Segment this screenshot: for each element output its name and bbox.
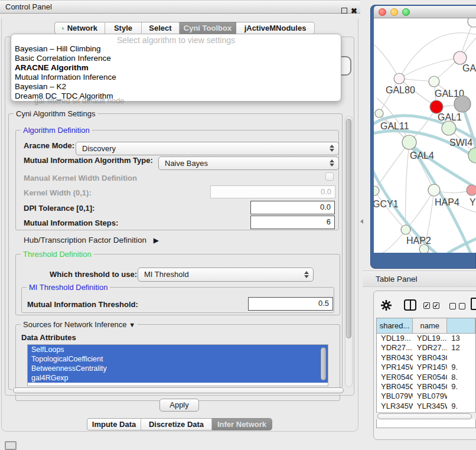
algorithm-option-aracne-algorithm[interactable]: ARACNE Algorithm bbox=[11, 63, 341, 73]
table-row[interactable]: YBL079WYBL079W bbox=[377, 392, 475, 401]
tab-cyni-toolbox[interactable]: Cyni Toolbox bbox=[180, 22, 236, 34]
expand-arrow-icon[interactable]: ▶ bbox=[154, 236, 159, 244]
tab-select[interactable]: Select bbox=[142, 22, 180, 34]
column-header-shared[interactable]: shared... bbox=[377, 318, 413, 334]
tab-jactivemnodules[interactable]: jActiveMNodules bbox=[236, 22, 315, 34]
mi-threshold-field[interactable]: 0.5 bbox=[248, 297, 333, 311]
network-node[interactable] bbox=[454, 96, 471, 112]
network-node-gal80[interactable] bbox=[394, 73, 405, 84]
column-header-name[interactable]: name bbox=[413, 318, 448, 334]
tab-network[interactable]: Network bbox=[54, 22, 105, 34]
network-node[interactable] bbox=[419, 244, 429, 253]
table-row[interactable]: YPR145WYPR145W9. bbox=[377, 363, 475, 372]
network-canvas[interactable]: GALGAL80GAL10GAL1SWI4GAL11GAL4HAP4YGCY1H… bbox=[374, 18, 476, 253]
network-edge[interactable] bbox=[380, 230, 406, 253]
dpi-tolerance-field[interactable]: 0.0 bbox=[250, 201, 335, 214]
network-edge[interactable] bbox=[379, 79, 399, 113]
attribute-item-gal4rgexp[interactable]: gal4RGexp bbox=[28, 373, 328, 383]
algorithm-option-bayesian-k2[interactable]: Bayesian – K2 bbox=[11, 82, 341, 92]
apply-button[interactable]: Apply bbox=[159, 399, 199, 412]
table-horizontal-scrollbar[interactable] bbox=[376, 412, 476, 419]
deselect-all-box-icon[interactable] bbox=[449, 303, 456, 309]
settings-vertical-scrollbar-thumb[interactable] bbox=[346, 119, 351, 338]
network-node-gal[interactable] bbox=[454, 51, 467, 64]
network-node-gal10[interactable] bbox=[429, 76, 439, 87]
network-edge[interactable] bbox=[406, 142, 409, 230]
hub-definition-toggle[interactable]: Hub/Transcription Factor Definition ▶ bbox=[24, 236, 159, 244]
settings-horizontal-scrollbar-thumb[interactable] bbox=[13, 387, 344, 393]
deselect-all-box-icon-2[interactable] bbox=[459, 303, 465, 309]
table-row[interactable]: YBR045CYBR045C9. bbox=[377, 382, 475, 392]
mi-steps-field[interactable]: 6 bbox=[250, 216, 335, 229]
aracne-mode-combobox[interactable]: Discovery bbox=[76, 142, 339, 155]
minimize-traffic-light-icon[interactable] bbox=[390, 8, 398, 16]
network-edge[interactable] bbox=[374, 191, 406, 230]
attribute-item-selfloops[interactable]: SelfLoops bbox=[28, 345, 328, 354]
table-cell: YBR043C bbox=[377, 353, 413, 363]
attributes-scrollbar[interactable] bbox=[320, 346, 326, 385]
tab-style[interactable]: Style bbox=[105, 22, 142, 34]
table-cell: YBL079W bbox=[413, 392, 447, 401]
tab-infer-network[interactable]: Infer Network bbox=[212, 418, 272, 431]
document-icon[interactable] bbox=[471, 298, 476, 310]
zoom-traffic-light-icon[interactable] bbox=[402, 8, 410, 16]
network-node-gal11[interactable] bbox=[375, 109, 383, 118]
table-cell: YER054C bbox=[413, 373, 447, 382]
network-window-titlebar[interactable] bbox=[374, 6, 476, 18]
table-horizontal-scrollbar-thumb[interactable] bbox=[377, 413, 472, 419]
network-node-y[interactable] bbox=[467, 185, 476, 195]
minimized-panel-icon[interactable] bbox=[5, 441, 17, 450]
tab-impute-data[interactable]: Impute Data bbox=[87, 418, 141, 431]
settings-horizontal-scrollbar[interactable] bbox=[12, 387, 347, 394]
network-edge-thick[interactable] bbox=[448, 236, 476, 253]
which-threshold-combobox[interactable]: MI Threshold bbox=[138, 268, 314, 282]
network-node[interactable] bbox=[468, 18, 476, 27]
table-cell: YBR045C bbox=[377, 382, 413, 392]
network-edge[interactable] bbox=[374, 42, 399, 79]
tab-discretize-data[interactable]: Discretize Data bbox=[141, 418, 212, 431]
network-node[interactable] bbox=[468, 148, 476, 163]
combo-arrows-icon bbox=[304, 271, 309, 278]
settings-vertical-scrollbar[interactable] bbox=[345, 116, 353, 387]
mi-algorithm-type-combobox[interactable]: Naive Bayes bbox=[158, 156, 339, 170]
network-edge[interactable] bbox=[409, 142, 434, 190]
network-edge[interactable] bbox=[374, 142, 409, 191]
algorithm-definition-title: Algorithm Definition bbox=[21, 126, 92, 135]
collapse-arrow-icon[interactable]: ▼ bbox=[129, 321, 135, 328]
network-node-gcy1[interactable] bbox=[374, 186, 379, 195]
network-node-swi4[interactable] bbox=[442, 121, 456, 135]
algorithm-option-basic-correlation-inference[interactable]: Basic Correlation Inference bbox=[11, 54, 341, 63]
close-traffic-light-icon[interactable] bbox=[379, 8, 386, 16]
algorithm-option-mutual-information-inference[interactable]: Mutual Information Inference bbox=[11, 73, 341, 82]
table-row[interactable]: YDR27...YDR27...12 bbox=[377, 343, 475, 353]
select-all-check-icon-2[interactable]: ✓ bbox=[433, 302, 439, 309]
manual-kernel-width-checkbox[interactable] bbox=[325, 172, 334, 181]
network-graph-icon bbox=[62, 24, 64, 32]
attribute-item-betweennesscentrality[interactable]: BetweennessCentrality bbox=[28, 364, 328, 373]
column-header-2[interactable] bbox=[447, 318, 475, 334]
gear-icon[interactable] bbox=[380, 299, 392, 311]
close-icon[interactable]: ✖ bbox=[351, 5, 357, 17]
network-edge[interactable] bbox=[399, 58, 460, 79]
attribute-item-topologicalcoefficient[interactable]: TopologicalCoefficient bbox=[28, 354, 328, 364]
column-visibility-icon[interactable] bbox=[404, 299, 416, 311]
data-attributes-listbox[interactable]: SelfLoopsTopologicalCoefficientBetweenne… bbox=[27, 344, 328, 386]
network-edge[interactable] bbox=[406, 190, 434, 230]
splitter-collapse-icon[interactable] bbox=[360, 219, 363, 224]
algorithm-option-dream8-dc-tdc-algorithm[interactable]: Dream8 DC_TDC Algorithm bbox=[11, 92, 341, 101]
table-row[interactable]: YBR043CYBR043C bbox=[377, 353, 475, 363]
kernel-width-field[interactable]: 0.0 bbox=[210, 185, 335, 198]
table-row[interactable]: YER054CYER054C8. bbox=[377, 373, 475, 382]
node-label-gal1: GAL1 bbox=[438, 112, 462, 122]
select-all-check-icon[interactable]: ✓ bbox=[423, 302, 430, 309]
node-label-y: Y bbox=[470, 197, 476, 207]
network-graph[interactable]: GALGAL80GAL10GAL1SWI4GAL11GAL4HAP4YGCY1H… bbox=[374, 18, 476, 253]
network-node-hap4[interactable] bbox=[428, 184, 440, 196]
float-window-icon[interactable] bbox=[341, 8, 347, 14]
network-node-gal1[interactable] bbox=[430, 100, 443, 113]
network-node-hap2[interactable] bbox=[401, 225, 410, 234]
network-node-gal4[interactable] bbox=[402, 135, 416, 149]
algorithm-option-bayesian-hill-climbing[interactable]: Bayesian – Hill Climbing bbox=[11, 44, 341, 54]
table-row[interactable]: YDL19...YDL19...13 bbox=[377, 334, 475, 343]
table-row[interactable]: YLR345WYLR345W9. bbox=[377, 402, 475, 411]
